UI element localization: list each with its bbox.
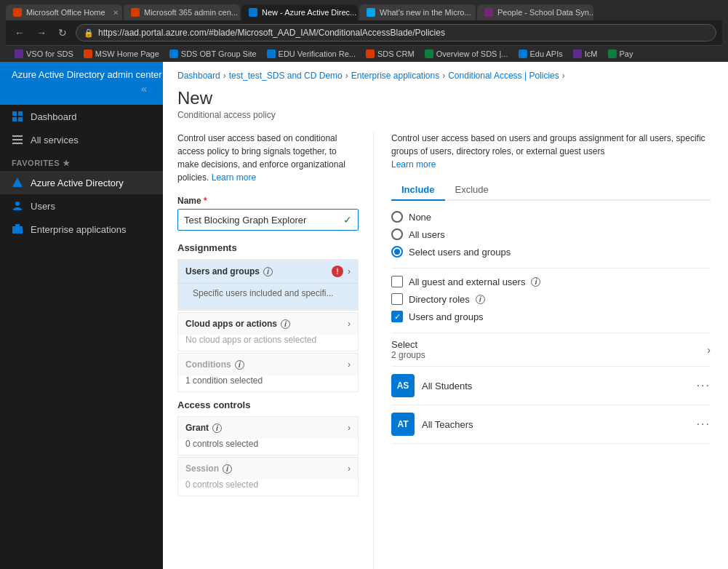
users-groups-value: Specific users included and specifi...	[185, 288, 351, 304]
divider-1	[391, 268, 711, 268]
access-controls-section-label: Access controls	[177, 399, 359, 410]
tab-office-home[interactable]: Microsoft Office Home ✕	[6, 4, 122, 20]
users-groups-header[interactable]: Users and groups i ! ›	[178, 260, 358, 283]
tab-azure-new[interactable]: New - Azure Active Direc... ✕	[241, 4, 358, 20]
radio-none-circle	[391, 211, 403, 223]
sidebar-item-users[interactable]: Users	[0, 194, 163, 218]
bookmark-edu[interactable]: EDU Verification Re...	[264, 48, 359, 60]
select-groups-label: Select	[391, 339, 425, 350]
bookmark-icon-msw	[84, 49, 92, 58]
tab-people[interactable]: People - School Data Syn... ✕	[477, 4, 593, 20]
group-ellipsis-all-students[interactable]: ···	[697, 379, 711, 392]
session-info-icon[interactable]: i	[223, 464, 232, 474]
cloud-apps-info-icon[interactable]: i	[281, 319, 290, 329]
session-row: Session i › 0 controls selected	[177, 457, 359, 496]
breadcrumb-enterprise-apps[interactable]: Enterprise applications	[351, 71, 439, 81]
grant-label: Grant i	[185, 423, 222, 433]
sidebar-header: Azure Active Directory admin center «	[0, 62, 163, 105]
tab-whatsnew[interactable]: What's new in the Micro... ✕	[359, 4, 476, 20]
bookmark-label-edu: EDU Verification Re...	[279, 49, 356, 58]
breadcrumb-conditional-access[interactable]: Conditional Access | Policies	[448, 71, 559, 81]
svg-rect-5	[12, 139, 23, 140]
bookmark-icon-vso	[15, 49, 23, 58]
conditions-info-icon[interactable]: i	[235, 360, 244, 370]
sidebar-item-label-enterprise: Enterprise applications	[31, 224, 127, 235]
bookmark-label-vso: VSO for SDS	[26, 49, 73, 58]
bookmark-msw[interactable]: MSW Home Page	[81, 48, 162, 60]
grant-header[interactable]: Grant i ›	[178, 417, 358, 439]
users-groups-info-icon[interactable]: i	[263, 267, 273, 276]
address-bar[interactable]: 🔒 https://aad.portal.azure.com/#blade/Mi…	[76, 24, 716, 41]
include-exclude-tabs: Include Exclude	[391, 180, 711, 201]
name-input[interactable]: Test Blocking Graph Explorer ✓	[177, 209, 359, 231]
sidebar-item-allservices[interactable]: All services	[0, 128, 163, 151]
main-content: Dashboard › test_test_SDS and CD Demo › …	[163, 62, 728, 569]
radio-none-label: None	[409, 212, 431, 223]
directory-info-icon[interactable]: i	[476, 295, 485, 304]
breadcrumb-tenant[interactable]: test_test_SDS and CD Demo	[229, 71, 343, 81]
select-groups-row[interactable]: Select 2 groups ›	[391, 333, 711, 367]
group-initials-all-teachers: AT	[397, 419, 408, 429]
radio-none[interactable]: None	[391, 211, 711, 223]
bookmark-sds[interactable]: SDS OBT Group Site	[167, 48, 260, 60]
select-groups-count: 2 groups	[391, 350, 425, 360]
session-chevron-icon: ›	[348, 463, 351, 474]
name-input-value: Test Blocking Graph Explorer	[184, 215, 306, 226]
back-button[interactable]: ←	[12, 25, 28, 40]
checkbox-directory-roles[interactable]: Directory roles i	[391, 293, 711, 305]
tab-exclude[interactable]: Exclude	[445, 180, 499, 201]
guest-info-icon[interactable]: i	[531, 277, 540, 287]
breadcrumb-sep-0: ›	[223, 71, 226, 81]
lock-icon: 🔒	[84, 28, 94, 38]
svg-rect-9	[12, 226, 23, 234]
right-description-text: Control user access based on users and g…	[391, 133, 705, 156]
sidebar-title: Azure Active Directory admin center	[12, 69, 162, 80]
radio-all-users[interactable]: All users	[391, 228, 711, 240]
users-groups-chevron-icon: ›	[348, 266, 351, 276]
sidebar-collapse-button[interactable]: «	[137, 80, 151, 98]
bookmark-icon-edu	[267, 49, 276, 58]
bookmark-apis[interactable]: Edu APIs	[516, 48, 566, 60]
conditions-header[interactable]: Conditions i ›	[178, 354, 358, 375]
user-type-checkbox-group: All guest and external users i Directory…	[391, 276, 711, 322]
left-learn-more-link[interactable]: Learn more	[212, 172, 256, 183]
group-ellipsis-all-teachers[interactable]: ···	[697, 418, 711, 431]
radio-select-users[interactable]: Select users and groups	[391, 246, 711, 258]
right-description: Control user access based on users and g…	[391, 132, 711, 171]
forward-button[interactable]: →	[33, 25, 49, 40]
bookmark-vso[interactable]: VSO for SDS	[12, 48, 76, 60]
azure-ad-icon	[12, 177, 23, 188]
users-groups-expanded: Specific users included and specifi...	[178, 283, 358, 310]
two-col-layout: Control user access based on conditional…	[163, 132, 728, 569]
group-name-all-teachers: All Teachers	[422, 419, 689, 430]
bookmark-pay[interactable]: Pay	[605, 48, 636, 60]
tab-label-1: Microsoft 365 admin cen...	[144, 8, 238, 17]
bookmarks-row: VSO for SDS MSW Home Page SDS OBT Group …	[6, 45, 722, 62]
bookmark-crm[interactable]: SDS CRM	[363, 48, 417, 60]
right-learn-more-link[interactable]: Learn more	[391, 159, 436, 170]
users-groups-label-text: Users and groups	[185, 266, 260, 276]
session-header[interactable]: Session i ›	[178, 458, 358, 480]
tab-close-0[interactable]: ✕	[113, 9, 119, 17]
tab-m365[interactable]: Microsoft 365 admin cen... ✕	[124, 4, 240, 20]
group-item-all-teachers: AT All Teachers ···	[391, 405, 711, 444]
cloud-apps-chevron-icon: ›	[348, 319, 351, 329]
cloud-apps-row: Cloud apps or actions i › No cloud apps …	[177, 312, 359, 351]
address-row: ← → ↻ 🔒 https://aad.portal.azure.com/#bl…	[6, 20, 722, 45]
checkbox-users-groups-box: ✓	[391, 311, 403, 322]
tab-include[interactable]: Include	[391, 180, 445, 201]
tab-favicon-4	[484, 8, 493, 17]
breadcrumb-dashboard[interactable]: Dashboard	[177, 71, 220, 81]
cloud-apps-header[interactable]: Cloud apps or actions i ›	[178, 313, 358, 335]
breadcrumb-sep-3: ›	[562, 71, 565, 81]
checkbox-guest-users[interactable]: All guest and external users i	[391, 276, 711, 287]
bookmark-icm[interactable]: IcM	[570, 48, 601, 60]
bookmark-overview[interactable]: Overview of SDS |...	[422, 48, 511, 60]
checkbox-users-groups[interactable]: ✓ Users and groups	[391, 311, 711, 322]
sidebar-item-azuread[interactable]: Azure Active Directory	[0, 171, 163, 194]
sidebar-item-enterprise[interactable]: Enterprise applications	[0, 218, 163, 241]
grant-info-icon[interactable]: i	[212, 423, 222, 433]
checkbox-guest-box	[391, 276, 403, 287]
sidebar-item-dashboard[interactable]: Dashboard	[0, 105, 163, 128]
refresh-button[interactable]: ↻	[55, 25, 70, 40]
